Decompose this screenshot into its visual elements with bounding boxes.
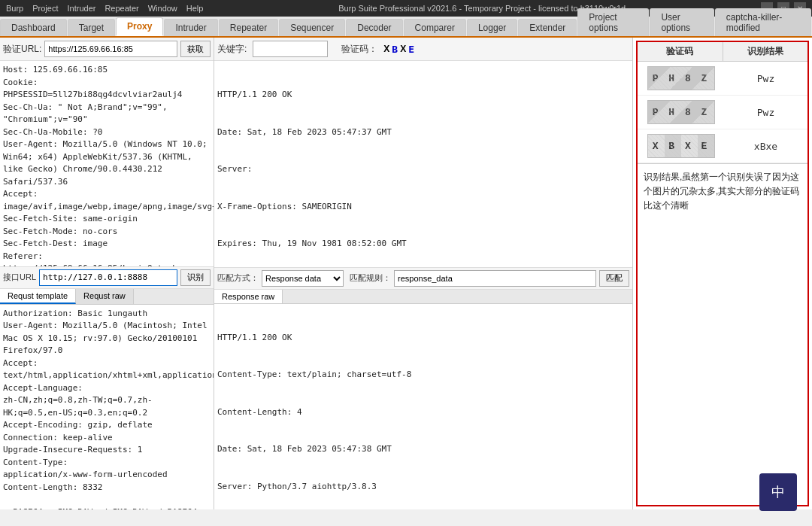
resp-xframe: X-Frame-Options: SAMEORIGIN [217, 201, 629, 214]
template-content-area[interactable]: Authorization: Basic 1ungauth User-Agent… [0, 305, 214, 510]
header-cookie: Cookie: PHPSESSID=5ll27bi88qg4dcvlviar2a… [3, 77, 211, 102]
tab-proxy[interactable]: Proxy [116, 17, 163, 36]
captcha-result-cell-3: xBxe [724, 141, 807, 152]
raw-content-type: Content-Type: text/plain; charset=utf-8 [217, 369, 629, 382]
tmpl-base64: <@BASE64><@IMG_RAW></@IMG_RAW></@BASE64> [3, 506, 211, 510]
tmpl-accept-lang: Accept-Language: [3, 382, 211, 395]
header-referer: Referer: https://125.69.66.16:85/LoginOu… [3, 251, 211, 266]
match-rule-label: 匹配规则： [350, 272, 391, 284]
main-content: 验证URL: 获取 Host: 125.69.66.16:85 Cookie: … [0, 38, 812, 509]
tmpl-accept-enc: Accept-Encoding: gzip, deflate [3, 419, 211, 432]
match-row: 匹配方式： Response data Response header Resp… [214, 267, 632, 290]
game-icon: 中 [759, 473, 797, 511]
tmpl-ua: User-Agent: Mozilla/5.0 (Macintosh; Inte… [3, 320, 211, 357]
header-sec-fetch-mode: Sec-Fetch-Mode: no-cors [3, 226, 211, 239]
header-host: Host: 125.69.66.16:85 [3, 64, 211, 77]
response-area: HTTP/1.1 200 OK Date: Sat, 18 Feb 2023 0… [214, 61, 632, 267]
menu-help[interactable]: Help [186, 4, 204, 13]
captcha-rows: P H 8 Z Pwz P H 8 Z Pwz X B X E xBxe [638, 62, 807, 164]
match-mode-select[interactable]: Response data Response header Response b… [262, 270, 344, 287]
right-panel: 验证码 识别结果 P H 8 Z Pwz P H 8 Z Pwz [636, 41, 809, 506]
tab-request-raw[interactable]: Requst raw [76, 289, 134, 304]
keywords-row: 关键字: 验证码： X B X E [214, 38, 632, 61]
header-accept-types: image/avif,image/webp,image/apng,image/s… [3, 201, 211, 214]
header-sec-ch-ua-mobile: Sec-Ch-Ua-Mobile: ?0 [3, 126, 211, 139]
raw-content-len: Content-Length: 4 [217, 406, 629, 419]
tab-comparer[interactable]: Comparer [404, 19, 466, 36]
tmpl-connection: Connection: keep-alive [3, 432, 211, 445]
tab-response-raw[interactable]: Response raw [214, 290, 283, 303]
tab-decoder[interactable]: Decoder [346, 19, 402, 36]
tab-extender[interactable]: Extender [518, 19, 577, 36]
menu-repeater[interactable]: Repeater [105, 4, 138, 13]
fetch-button[interactable]: 获取 [180, 41, 211, 57]
keyword-input[interactable] [253, 41, 328, 57]
verify-char-1: B [392, 44, 398, 55]
interface-url-input[interactable] [39, 269, 177, 286]
right-panel-header: 验证码 识别结果 [638, 42, 807, 62]
response-raw-area: HTTP/1.1 200 OK Content-Type: text/plain… [214, 304, 632, 510]
captcha-result-cell-2: Pwz [724, 107, 807, 118]
tmpl-auth: Authorization: Basic 1ungauth [3, 308, 211, 321]
verify-char-3: E [408, 44, 414, 55]
captcha-img-cell-2: P H 8 Z [638, 99, 724, 126]
verify-char-0: X [383, 44, 389, 54]
header-sec-ch-ua: Sec-Ch-Ua: " Not A;Brand";v="99", "Chrom… [3, 102, 211, 126]
identify-button[interactable]: 识别 [180, 269, 211, 286]
header-sec-fetch-dest: Sec-Fetch-Dest: image [3, 238, 211, 251]
verify-url-input[interactable] [44, 41, 177, 57]
menu-window[interactable]: Window [148, 4, 177, 13]
captcha-image-3: X B X E [647, 134, 715, 158]
left-panel: 验证URL: 获取 Host: 125.69.66.16:85 Cookie: … [0, 38, 214, 509]
verify-url-row: 验证URL: 获取 [0, 38, 214, 61]
resp-server: Server: [217, 163, 629, 176]
tmpl-content-type-val: application/x-www-form-urlencoded [3, 469, 211, 482]
verify-code-display: X B X E [383, 44, 414, 55]
captcha-image-2: P H 8 Z [647, 100, 715, 124]
captcha-image-1: P H 8 Z [647, 66, 715, 90]
tmpl-content-len: Content-Length: 8332 [3, 482, 211, 494]
menu-intruder[interactable]: Intruder [68, 4, 96, 13]
raw-tab-bar: Response raw [214, 290, 632, 304]
tmpl-accept-lang-val: zh-CN,zh;q=0.8,zh-TW;q=0.7,zh-HK;q=0.5,e… [3, 394, 211, 419]
tmpl-accept: Accept: [3, 357, 211, 370]
match-mode-label: 匹配方式： [217, 272, 259, 284]
raw-server: Server: Python/3.7 aiohttp/3.8.3 [217, 481, 629, 494]
keyword-label: 关键字: [217, 43, 247, 56]
captcha-img-cell-1: P H 8 Z [638, 65, 724, 92]
resp-expires: Expires: Thu, 19 Nov 1981 08:52:00 GMT [217, 238, 629, 251]
menu-project[interactable]: Project [32, 4, 58, 13]
tab-intruder[interactable]: Intruder [164, 19, 217, 36]
captcha-result-cell-1: Pwz [724, 73, 807, 84]
match-rule-input[interactable] [394, 270, 596, 287]
menu-burp[interactable]: Burp [6, 4, 23, 13]
match-button[interactable]: 匹配 [599, 270, 629, 287]
tab-target[interactable]: Target [68, 19, 115, 36]
tab-sequencer[interactable]: Sequencer [279, 19, 345, 36]
tmpl-accept-types: text/html,application/xhtml+xml,applicat… [3, 369, 211, 382]
middle-panel: 关键字: 验证码： X B X E HTTP/1.1 200 OK Date: … [214, 38, 633, 509]
right-panel-col-result: 识别结果 [723, 42, 808, 61]
menu-bar-items[interactable]: Burp Project Intruder Repeater Window He… [6, 4, 203, 13]
request-headers: Host: 125.69.66.16:85 Cookie: PHPSESSID=… [0, 61, 214, 266]
raw-status: HTTP/1.1 200 OK [217, 332, 629, 345]
tab-user-options[interactable]: User options [650, 8, 714, 36]
verify-char-2: X [400, 44, 406, 54]
tab-logger[interactable]: Logger [467, 19, 517, 36]
header-user-agent: User-Agent: Mozilla/5.0 (Windows NT 10.0… [3, 138, 211, 188]
header-sec-fetch-site: Sec-Fetch-Site: same-origin [3, 213, 211, 226]
right-panel-description: 识别结果,虽然第一个识别失误了因为这个图片的冗杂太多,其实大部分的验证码比这个清… [638, 164, 807, 505]
captcha-row-1: P H 8 Z Pwz [638, 62, 807, 96]
tab-project-options[interactable]: Project options [577, 8, 649, 36]
tab-repeater[interactable]: Repeater [219, 19, 278, 36]
tab-dashboard[interactable]: Dashboard [0, 19, 67, 36]
captcha-row-2: P H 8 Z Pwz [638, 96, 807, 129]
captcha-row-3: X B X E xBxe [638, 129, 807, 163]
template-tab-bar: Requst template Requst raw [0, 289, 214, 305]
tmpl-upgrade: Upgrade-Insecure-Requests: 1 [3, 444, 211, 457]
captcha-img-cell-3: X B X E [638, 132, 724, 160]
tab-request-template[interactable]: Requst template [0, 289, 76, 304]
header-accept: Accept: [3, 188, 211, 201]
verify-url-label: 验证URL: [3, 43, 41, 56]
tab-captcha-killer[interactable]: captcha-killer-modified [715, 8, 811, 36]
